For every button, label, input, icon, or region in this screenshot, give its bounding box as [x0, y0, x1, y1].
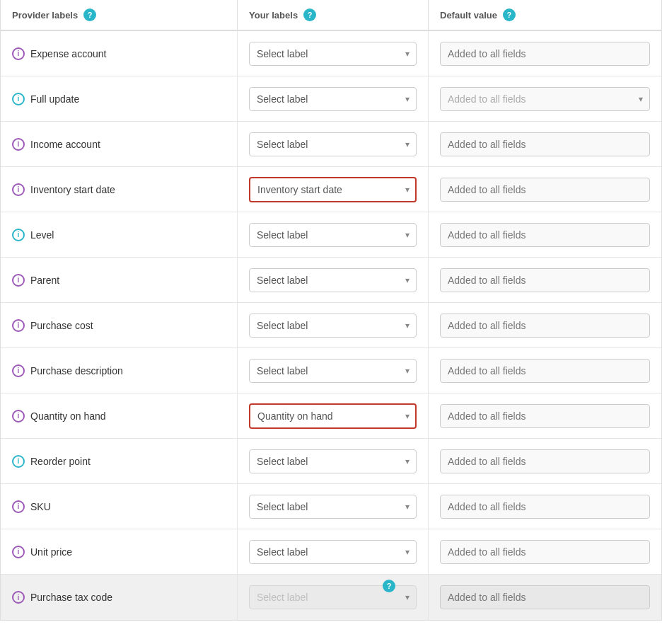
select-wrapper-parent: Select label▾: [249, 268, 417, 292]
default-value-cell-purchase-tax-code: [429, 575, 661, 620]
info-icon-purchase-tax-code[interactable]: i: [12, 591, 25, 604]
default-value-input-expense-account[interactable]: [440, 42, 650, 66]
default-value-cell-sku: [429, 484, 661, 529]
provider-labels-title: Provider labels: [12, 10, 78, 21]
provider-label-text-inventory-start-date: Inventory start date: [30, 184, 115, 195]
provider-label-text-full-update: Full update: [30, 93, 79, 105]
your-label-select-full-update[interactable]: Select label: [249, 87, 417, 111]
provider-label-cell-reorder-point: iReorder point: [1, 439, 238, 483]
header-your-labels: Your labels ?: [238, 0, 429, 30]
table-row-quantity-on-hand: iQuantity on handSelect labelQuantity on…: [1, 393, 661, 439]
your-label-cell-parent: Select label▾: [238, 258, 429, 302]
your-label-select-purchase-cost[interactable]: Select label: [249, 314, 417, 338]
provider-label-text-reorder-point: Reorder point: [30, 456, 91, 467]
your-label-select-inventory-start-date[interactable]: Select labelInventory start date: [249, 177, 417, 202]
provider-label-cell-parent: iParent: [1, 258, 238, 302]
default-value-input-reorder-point[interactable]: [440, 449, 650, 473]
provider-label-text-purchase-tax-code: Purchase tax code: [30, 592, 112, 603]
table-row-parent: iParentSelect label▾: [1, 258, 661, 303]
provider-labels-help-icon[interactable]: ?: [83, 8, 96, 21]
default-value-input-purchase-cost[interactable]: [440, 314, 650, 338]
info-icon-expense-account[interactable]: i: [12, 47, 25, 60]
info-icon-full-update[interactable]: i: [12, 93, 25, 105]
default-value-input-level[interactable]: [440, 223, 650, 247]
your-label-select-sku[interactable]: Select label: [249, 495, 417, 519]
info-icon-quantity-on-hand[interactable]: i: [12, 410, 25, 422]
info-icon-purchase-description[interactable]: i: [12, 364, 25, 377]
your-label-cell-purchase-cost: Select label▾: [238, 303, 429, 347]
select-wrapper-purchase-tax-code: ?Select label▾: [249, 585, 417, 609]
provider-label-cell-sku: iSKU: [1, 484, 238, 529]
default-value-input-purchase-tax-code[interactable]: [440, 585, 650, 609]
provider-label-cell-full-update: iFull update: [1, 76, 238, 121]
your-label-cell-unit-price: Select label▾: [238, 529, 429, 574]
default-value-cell-unit-price: [429, 529, 661, 574]
default-value-cell-full-update: Added to all fields▾: [429, 76, 661, 121]
table-header: Provider labels ? Your labels ? Default …: [1, 0, 661, 31]
default-value-cell-reorder-point: [429, 439, 661, 483]
info-icon-income-account[interactable]: i: [12, 138, 25, 151]
your-label-select-purchase-description[interactable]: Select label: [249, 359, 417, 383]
default-value-help-icon[interactable]: ?: [503, 8, 516, 21]
default-value-input-quantity-on-hand[interactable]: [440, 404, 650, 428]
select-wrapper-income-account: Select label▾: [249, 132, 417, 156]
provider-label-cell-level: iLevel: [1, 212, 238, 257]
table-row-purchase-description: iPurchase descriptionSelect label▾: [1, 348, 661, 393]
default-value-select-full-update[interactable]: Added to all fields: [440, 87, 650, 111]
your-label-select-unit-price[interactable]: Select label: [249, 540, 417, 564]
default-value-cell-purchase-cost: [429, 303, 661, 347]
table-body: iExpense accountSelect label▾iFull updat…: [1, 31, 661, 620]
provider-label-text-expense-account: Expense account: [30, 48, 106, 59]
table-row-purchase-tax-code: iPurchase tax code?Select label▾: [1, 575, 661, 620]
your-label-select-reorder-point[interactable]: Select label: [249, 449, 417, 473]
default-value-input-income-account[interactable]: [440, 132, 650, 156]
select-wrapper-purchase-cost: Select label▾: [249, 314, 417, 338]
table-row-expense-account: iExpense accountSelect label▾: [1, 31, 661, 76]
table-row-level: iLevelSelect label▾: [1, 212, 661, 258]
select-wrapper-inventory-start-date: Select labelInventory start date▾: [249, 177, 417, 202]
provider-label-cell-inventory-start-date: iInventory start date: [1, 167, 238, 212]
info-icon-level[interactable]: i: [12, 229, 25, 241]
your-label-select-level[interactable]: Select label: [249, 223, 417, 247]
default-value-input-purchase-description[interactable]: [440, 359, 650, 383]
your-label-cell-expense-account: Select label▾: [238, 31, 429, 76]
default-value-cell-level: [429, 212, 661, 257]
your-label-select-quantity-on-hand[interactable]: Select labelQuantity on hand: [249, 403, 417, 429]
select-wrapper-quantity-on-hand: Select labelQuantity on hand▾: [249, 403, 417, 429]
info-icon-reorder-point[interactable]: i: [12, 455, 25, 468]
info-icon-inventory-start-date[interactable]: i: [12, 183, 25, 196]
your-label-select-expense-account[interactable]: Select label: [249, 42, 417, 66]
your-label-select-income-account[interactable]: Select label: [249, 132, 417, 156]
your-labels-help-icon[interactable]: ?: [303, 8, 316, 21]
default-value-input-sku[interactable]: [440, 495, 650, 519]
table-row-unit-price: iUnit priceSelect label▾: [1, 529, 661, 575]
info-icon-parent[interactable]: i: [12, 274, 25, 287]
your-label-cell-quantity-on-hand: Select labelQuantity on hand▾: [238, 393, 429, 438]
select-wrapper-level: Select label▾: [249, 223, 417, 247]
default-value-cell-quantity-on-hand: [429, 393, 661, 438]
info-icon-purchase-cost[interactable]: i: [12, 319, 25, 332]
default-value-input-parent[interactable]: [440, 268, 650, 292]
your-label-cell-sku: Select label▾: [238, 484, 429, 529]
header-provider-labels: Provider labels ?: [1, 0, 238, 30]
provider-label-cell-income-account: iIncome account: [1, 122, 238, 166]
your-label-cell-purchase-tax-code: ?Select label▾: [238, 575, 429, 620]
your-label-cell-full-update: Select label▾: [238, 76, 429, 121]
provider-label-text-purchase-description: Purchase description: [30, 365, 123, 376]
your-label-select-parent[interactable]: Select label: [249, 268, 417, 292]
table-row-income-account: iIncome accountSelect label▾: [1, 122, 661, 167]
your-label-cell-income-account: Select label▾: [238, 122, 429, 166]
your-label-cell-level: Select label▾: [238, 212, 429, 257]
select-wrapper-expense-account: Select label▾: [249, 42, 417, 66]
provider-label-text-income-account: Income account: [30, 139, 100, 150]
provider-label-cell-purchase-cost: iPurchase cost: [1, 303, 238, 347]
table-row-purchase-cost: iPurchase costSelect label▾: [1, 303, 661, 348]
table-row-sku: iSKUSelect label▾: [1, 484, 661, 529]
info-icon-unit-price[interactable]: i: [12, 546, 25, 558]
table-row-full-update: iFull updateSelect label▾Added to all fi…: [1, 76, 661, 122]
default-value-title: Default value: [440, 10, 497, 21]
info-icon-sku[interactable]: i: [12, 500, 25, 513]
default-value-input-unit-price[interactable]: [440, 540, 650, 564]
default-value-input-inventory-start-date[interactable]: [440, 178, 650, 202]
provider-label-cell-quantity-on-hand: iQuantity on hand: [1, 393, 238, 438]
